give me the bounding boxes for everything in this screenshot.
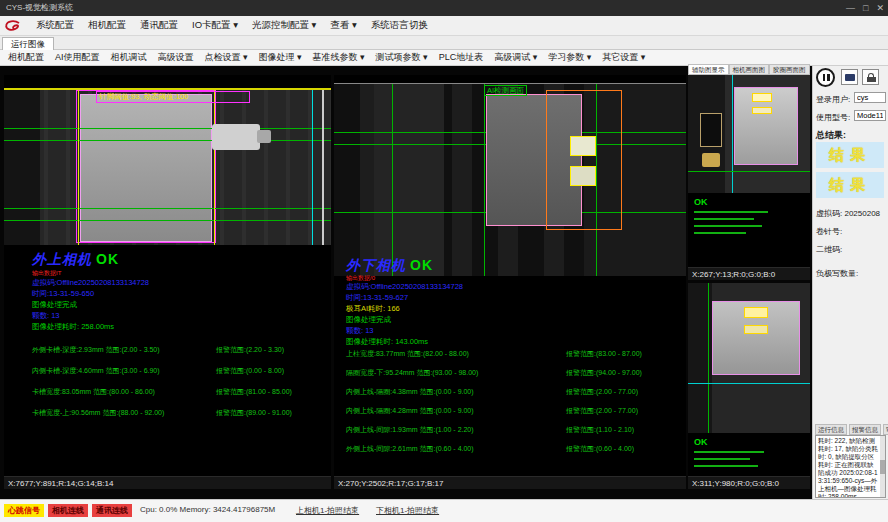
log-textbox[interactable]: 耗时: 222, 缺陷检测耗时: 17, 缺陷分类耗时: 0, 缺陷提取分区耗时… [815, 435, 886, 498]
upper-camera-status: 上相机1-拍照结束 [296, 505, 359, 516]
measurement-row: 上柱宽度:83.77mm 范围:(82.00 - 88.00) [346, 349, 469, 359]
aux-tab-2[interactable]: 相机画面图 [729, 64, 770, 75]
tool-advanced-settings[interactable]: 高级设置 [158, 51, 194, 64]
log-scrollbar[interactable] [880, 436, 885, 497]
aux1-info-line [694, 225, 762, 227]
menu-camera-config[interactable]: 相机配置 [88, 19, 126, 32]
mid-result-count: 颗数: 13 [346, 326, 374, 336]
detection-highlight [752, 107, 772, 114]
middle-camera-image[interactable]: AI检测画面 [334, 84, 686, 276]
lock-tool-button[interactable] [862, 69, 879, 85]
left-result-camera: 外上相机 [32, 251, 92, 269]
model-input[interactable] [854, 110, 886, 121]
left-result-status: OK [96, 251, 119, 267]
connector-tip [257, 130, 271, 143]
guide-line-green [392, 84, 393, 276]
detection-highlight [744, 325, 768, 334]
menu-view[interactable]: 查看 ▾ [330, 19, 356, 32]
tool-advanced-debug[interactable]: 高级调试 ▾ [494, 51, 537, 64]
alarm-range: 报警范围:(0.60 - 4.00) [566, 444, 634, 454]
log-tab-alarm[interactable]: 报警信息 [849, 424, 881, 435]
tool-baseline-params[interactable]: 基准线参数 ▾ [313, 51, 365, 64]
comm-link-badge: 通讯连线 [92, 504, 132, 517]
aux-camera-image-2[interactable] [688, 283, 810, 433]
edge-line-cyan [732, 75, 733, 193]
aux2-info-line [694, 458, 750, 460]
menu-light-config[interactable]: 光源控制配置 ▾ [252, 19, 316, 32]
tool-other-settings[interactable]: 其它设置 ▾ [602, 51, 645, 64]
baseline-green [4, 220, 331, 221]
login-user-input[interactable] [854, 92, 886, 103]
tool-learning-params[interactable]: 学习参数 ▾ [548, 51, 591, 64]
status-bar: 心跳信号 相机连线 通讯连线 Cpu: 0.0% Memory: 3424.41… [0, 499, 888, 522]
aux-tab-3[interactable]: 胶圈画面图 [769, 64, 810, 75]
menu-io-config[interactable]: IO卡配置 ▾ [192, 19, 238, 32]
aux1-info-line [694, 218, 754, 220]
alarm-range: 报警范围:(2.20 - 3.30) [216, 345, 284, 355]
log-tab-run[interactable]: 运行信息 [815, 424, 847, 435]
tool-spotcheck-settings[interactable]: 点检设置 ▾ [205, 51, 248, 64]
measurement-row: 外侧卡槽-深度:2.93mm 范围:(2.00 - 3.50) [32, 345, 160, 355]
tab-strip: 运行图像 [0, 36, 888, 50]
model-label: 使用型号: [816, 112, 850, 123]
measurement-row: 外侧上线-间隙:2.61mm 范围:(0.60 - 4.00) [346, 444, 474, 454]
tab-run-image[interactable]: 运行图像 [2, 37, 54, 50]
aux2-info-line [694, 465, 758, 467]
tool-test-params[interactable]: 测试项参数 ▾ [376, 51, 428, 64]
left-camera-panel: 针脚阈值:93, 动态阈值:100 外上相机 OK 输出数据IT 虚拟码:Off… [4, 75, 331, 489]
camera-icon [845, 74, 855, 81]
edge-line-yellow [78, 90, 79, 245]
aux-tab-1[interactable]: 辅助图显示 [688, 64, 729, 75]
mid-result-time: 时间:13-31-59-627 [346, 293, 408, 303]
maximize-button[interactable]: □ [863, 0, 868, 16]
login-user-label: 登录用户: [816, 94, 850, 105]
tool-ai-config[interactable]: AI使用配置 [55, 51, 100, 64]
app-logo-icon [4, 19, 22, 33]
alarm-range: 报警范围:(89.00 - 91.00) [216, 408, 292, 418]
scroll-thumb[interactable] [880, 460, 885, 474]
menu-language-switch[interactable]: 系统语言切换 [371, 19, 428, 32]
left-coords-readout: X:7677;Y:891;R:14;G:14;B:14 [4, 476, 331, 489]
heartbeat-badge: 心跳信号 [4, 504, 44, 517]
measurement-row: 内侧上线-隔圈:4.28mm 范围:(0.00 - 9.00) [346, 406, 474, 416]
log-tab-audit[interactable]: 审核信息 [883, 424, 888, 435]
alarm-range: 报警范围:(2.00 - 77.00) [566, 406, 638, 416]
left-result-code: 虚拟码:Offline20250208133134728 [32, 278, 149, 288]
result-box-1: 结果 [816, 142, 884, 168]
menu-system-config[interactable]: 系统配置 [36, 19, 74, 32]
total-result-label: 总结果: [816, 129, 846, 142]
minimize-button[interactable]: — [846, 0, 855, 16]
tool-plc-address[interactable]: PLC地址表 [439, 51, 484, 64]
app-window: CYS-视觉检测系统 — □ ✕ 系统配置 相机配置 通讯配置 IO卡配置 ▾ … [0, 0, 888, 522]
roi-rect-orange [546, 90, 622, 230]
tool-camera-debug[interactable]: 相机调试 [111, 51, 147, 64]
tool-image-processing[interactable]: 图像处理 ▾ [259, 51, 302, 64]
detection-highlight [570, 136, 596, 156]
measurement-row: 内侧上线-隔圈:4.38mm 范围:(0.00 - 9.00) [346, 387, 474, 397]
aux-camera-panel-2: OK X:311;Y:980;R:0;G:0;B:0 [688, 283, 810, 489]
guide-line-green [708, 283, 709, 433]
winder-number-label: 卷针号: [816, 226, 842, 237]
ai-view-label: AI检测画面 [484, 85, 527, 96]
baseline-green [4, 140, 331, 141]
menu-comm-config[interactable]: 通讯配置 [140, 19, 178, 32]
alarm-range: 报警范围:(0.00 - 8.00) [216, 366, 284, 376]
aux-camera-image-1[interactable] [688, 75, 810, 193]
tool-camera-config[interactable]: 相机配置 [8, 51, 44, 64]
pause-button[interactable] [816, 68, 835, 87]
aux2-info-line [694, 451, 764, 453]
edge-line-white [322, 90, 324, 245]
pause-icon [827, 74, 830, 81]
aux1-info-line [694, 211, 768, 213]
mid-result-done: 图像处理完成 [346, 315, 391, 325]
detection-highlight [744, 307, 768, 318]
detection-highlight [752, 93, 772, 102]
close-button[interactable]: ✕ [876, 0, 884, 16]
baseline-green [4, 208, 331, 209]
camera-tool-button[interactable] [841, 69, 858, 85]
edge-line-yellow [214, 90, 215, 245]
left-result-time: 时间:13-31-59-650 [32, 289, 94, 299]
edge-line-cyan [312, 90, 313, 245]
aux1-info-line [694, 232, 746, 234]
left-camera-image[interactable]: 针脚阈值:93, 动态阈值:100 [4, 90, 331, 245]
